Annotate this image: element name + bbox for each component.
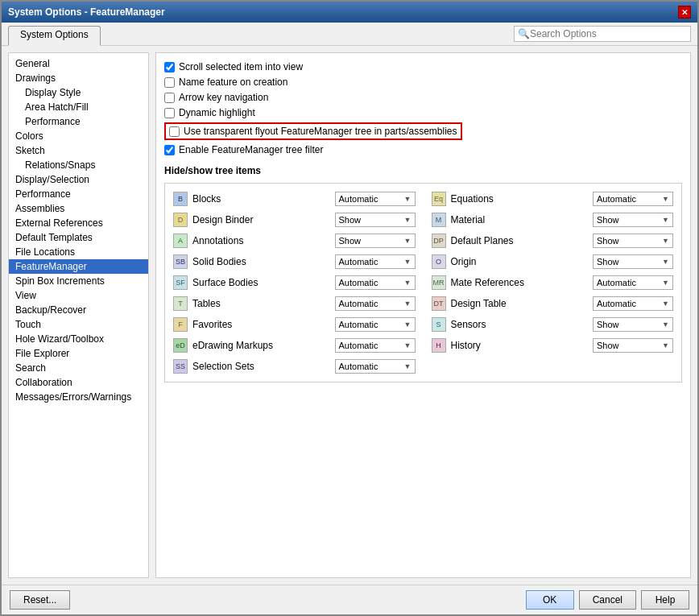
transparent-flyout-checkbox[interactable] bbox=[169, 126, 180, 137]
checkbox-label-0: Scroll selected item into view bbox=[179, 61, 303, 72]
dropdown-arrow: ▼ bbox=[662, 195, 669, 203]
nav-item-spin-box-increments[interactable]: Spin Box Increments bbox=[9, 274, 148, 288]
grid-item-material: MMaterialShow▼ bbox=[432, 213, 674, 227]
selection-sets-label: Selection Sets bbox=[192, 361, 330, 372]
checkbox-dynamic-highlight[interactable] bbox=[164, 108, 175, 118]
content-area: GeneralDrawingsDisplay StyleArea Hatch/F… bbox=[2, 46, 697, 585]
cancel-button[interactable]: Cancel bbox=[579, 590, 636, 610]
annotations-dropdown[interactable]: Show▼ bbox=[335, 234, 416, 248]
grid-item-favorites: FFavoritesAutomatic▼ bbox=[173, 317, 416, 332]
mate-references-dropdown[interactable]: Automatic▼ bbox=[593, 275, 673, 290]
checkbox-scroll-selected-item-into-view[interactable] bbox=[164, 62, 175, 72]
checkbox-label-2: Arrow key navigation bbox=[179, 92, 268, 103]
checkbox-name-feature-on-creation[interactable] bbox=[164, 77, 175, 88]
nav-item-assemblies[interactable]: Assemblies bbox=[9, 201, 148, 216]
origin-label: Origin bbox=[451, 256, 589, 267]
nav-item-hole-wizard-toolbox[interactable]: Hole Wizard/Toolbox bbox=[9, 332, 148, 346]
enable-filter-checkbox[interactable] bbox=[164, 145, 175, 155]
nav-item-performance[interactable]: Performance bbox=[9, 114, 148, 129]
nav-item-touch[interactable]: Touch bbox=[9, 317, 148, 332]
blocks-dropdown[interactable]: Automatic▼ bbox=[335, 192, 416, 206]
surface-bodies-label: Surface Bodies bbox=[192, 277, 330, 288]
help-button[interactable]: Help bbox=[641, 590, 689, 610]
sensors-dropdown[interactable]: Show▼ bbox=[593, 317, 673, 332]
search-input[interactable] bbox=[530, 28, 683, 39]
sensors-label: Sensors bbox=[451, 319, 589, 330]
nav-item-general[interactable]: General bbox=[9, 56, 148, 71]
nav-item-display-selection[interactable]: Display/Selection bbox=[9, 172, 148, 187]
material-dropdown[interactable]: Show▼ bbox=[593, 213, 673, 227]
nav-item-default-templates[interactable]: Default Templates bbox=[9, 230, 148, 245]
grid-item-solid-bodies: SBSolid BodiesAutomatic▼ bbox=[173, 254, 416, 269]
grid-item-origin: OOriginShow▼ bbox=[432, 254, 674, 269]
nav-item-sketch[interactable]: Sketch bbox=[9, 143, 148, 158]
equations-dropdown[interactable]: Automatic▼ bbox=[593, 192, 673, 206]
dropdown-arrow: ▼ bbox=[662, 320, 669, 329]
design-table-icon: DT bbox=[432, 296, 446, 311]
tables-label: Tables bbox=[192, 298, 330, 309]
origin-dropdown[interactable]: Show▼ bbox=[593, 254, 673, 269]
nav-item-relations-snaps[interactable]: Relations/Snaps bbox=[9, 158, 148, 172]
dropdown-arrow: ▼ bbox=[662, 216, 669, 224]
equations-icon: Eq bbox=[432, 192, 446, 206]
design-table-label: Design Table bbox=[451, 298, 589, 309]
selection-sets-icon: SS bbox=[173, 359, 188, 374]
design-binder-dropdown[interactable]: Show▼ bbox=[335, 213, 416, 227]
nav-item-file-explorer[interactable]: File Explorer bbox=[9, 346, 148, 361]
dropdown-arrow: ▼ bbox=[404, 216, 412, 224]
nav-item-messages-errors-warnings[interactable]: Messages/Errors/Warnings bbox=[9, 390, 148, 404]
tab-system-options[interactable]: System Options bbox=[8, 26, 101, 46]
grid-item-default-planes: DPDefault PlanesShow▼ bbox=[432, 234, 674, 248]
history-dropdown[interactable]: Show▼ bbox=[593, 338, 673, 353]
sensors-icon: S bbox=[432, 317, 446, 332]
history-label: History bbox=[451, 340, 589, 351]
grid-item-design-binder: DDesign BinderShow▼ bbox=[173, 213, 416, 227]
grid-item-selection-sets: SSSelection SetsAutomatic▼ bbox=[173, 359, 416, 374]
dropdown-arrow: ▼ bbox=[404, 320, 412, 329]
nav-item-search[interactable]: Search bbox=[9, 361, 148, 375]
checkbox-arrow-key-navigation[interactable] bbox=[164, 93, 175, 103]
dropdown-arrow: ▼ bbox=[404, 300, 412, 308]
nav-item-file-locations[interactable]: File Locations bbox=[9, 245, 148, 259]
selection-sets-dropdown[interactable]: Automatic▼ bbox=[335, 359, 416, 374]
nav-item-area-hatch-fill[interactable]: Area Hatch/Fill bbox=[9, 100, 148, 114]
nav-item-view[interactable]: View bbox=[9, 288, 148, 303]
solid-bodies-label: Solid Bodies bbox=[192, 256, 330, 267]
dropdown-arrow: ▼ bbox=[662, 258, 669, 266]
nav-item-performance[interactable]: Performance bbox=[9, 187, 148, 201]
reset-button[interactable]: Reset... bbox=[10, 590, 70, 610]
bottom-bar: Reset... OK Cancel Help bbox=[2, 585, 697, 614]
default-planes-dropdown[interactable]: Show▼ bbox=[593, 234, 673, 248]
nav-item-backup-recover[interactable]: Backup/Recover bbox=[9, 303, 148, 317]
grid-item-design-table: DTDesign TableAutomatic▼ bbox=[432, 296, 674, 311]
solid-bodies-dropdown[interactable]: Automatic▼ bbox=[335, 254, 416, 269]
highlighted-checkbox-row: Use transparent flyout FeatureManager tr… bbox=[164, 122, 462, 140]
transparent-flyout-label: Use transparent flyout FeatureManager tr… bbox=[184, 126, 457, 137]
surface-bodies-dropdown[interactable]: Automatic▼ bbox=[335, 275, 416, 290]
design-table-dropdown[interactable]: Automatic▼ bbox=[593, 296, 673, 311]
enable-filter-row: Enable FeatureManager tree filter bbox=[164, 144, 682, 155]
blocks-label: Blocks bbox=[192, 193, 330, 205]
bottom-right-buttons: OK Cancel Help bbox=[526, 590, 689, 610]
grid-item-sensors: SSensorsShow▼ bbox=[432, 317, 674, 332]
tables-dropdown[interactable]: Automatic▼ bbox=[335, 296, 416, 311]
close-button[interactable]: ✕ bbox=[678, 6, 691, 19]
nav-item-display-style[interactable]: Display Style bbox=[9, 85, 148, 100]
title-bar: System Options - FeatureManager ✕ bbox=[2, 2, 697, 23]
checkbox-row-2: Arrow key navigation bbox=[164, 92, 682, 103]
dropdown-arrow: ▼ bbox=[404, 279, 412, 287]
checkbox-row-3: Dynamic highlight bbox=[164, 107, 682, 118]
nav-item-drawings[interactable]: Drawings bbox=[9, 71, 148, 85]
ok-button[interactable]: OK bbox=[526, 590, 574, 610]
equations-label: Equations bbox=[451, 193, 589, 205]
mate-references-label: Mate References bbox=[451, 277, 589, 288]
tables-icon: T bbox=[173, 296, 188, 311]
nav-item-featuremanager[interactable]: FeatureManager bbox=[9, 259, 148, 274]
search-bar: 🔍 bbox=[514, 26, 691, 42]
nav-item-colors[interactable]: Colors bbox=[9, 129, 148, 143]
favorites-dropdown[interactable]: Automatic▼ bbox=[335, 317, 416, 332]
edrawing-markups-dropdown[interactable]: Automatic▼ bbox=[335, 338, 416, 353]
nav-item-collaboration[interactable]: Collaboration bbox=[9, 375, 148, 390]
mate-references-icon: MR bbox=[432, 275, 446, 290]
nav-item-external-references[interactable]: External References bbox=[9, 216, 148, 230]
